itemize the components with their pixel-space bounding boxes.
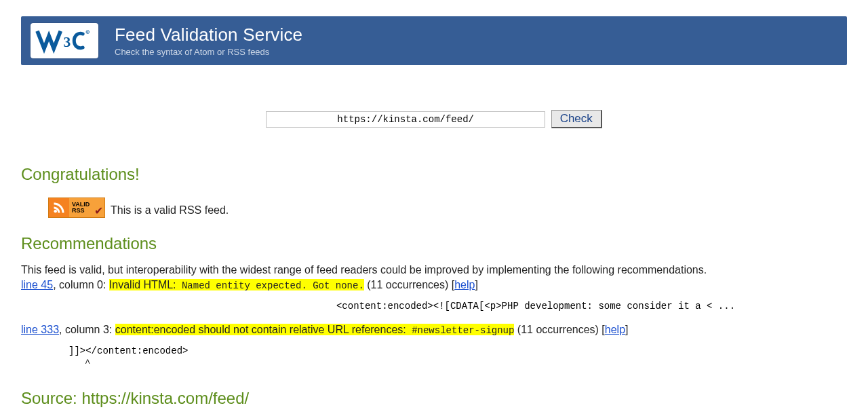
check-button[interactable]: Check bbox=[551, 110, 602, 128]
occurrences-text: (11 occurrences) bbox=[364, 279, 452, 290]
warning-detail: #newsletter-signup bbox=[406, 325, 515, 336]
code-snippet: <content:encoded><![CDATA[<p>PHP develop… bbox=[21, 301, 847, 312]
page-title: Feed Validation Service bbox=[115, 24, 302, 45]
congratulations-heading: Congratulations! bbox=[21, 165, 847, 184]
code-snippet: ]]></content:encoded> bbox=[21, 345, 847, 356]
line-link[interactable]: line 45 bbox=[21, 279, 53, 290]
warning-detail: Named entity expected. Got none. bbox=[176, 280, 364, 291]
recommendation-item: line 333, column 3: content:encoded shou… bbox=[21, 324, 847, 336]
warning-main: Invalid HTML: bbox=[109, 279, 176, 290]
recommendation-item: line 45, column 0: Invalid HTML: Named e… bbox=[21, 279, 847, 291]
source-heading: Source: https://kinsta.com/feed/ bbox=[21, 389, 847, 408]
warning-main: content:encoded should not contain relat… bbox=[115, 324, 406, 335]
recommendations-intro: This feed is valid, but interoperability… bbox=[21, 264, 847, 276]
column-text: , column 3: bbox=[59, 324, 115, 335]
valid-feed-message: This is a valid RSS feed. bbox=[111, 204, 229, 217]
feed-url-input[interactable] bbox=[266, 111, 545, 128]
recommendations-heading: Recommendations bbox=[21, 234, 847, 253]
checkmark-icon: ✔ bbox=[94, 206, 103, 217]
header-banner: 3 R Feed Validation Service Check the sy… bbox=[21, 16, 847, 65]
source-prefix: Source: bbox=[21, 389, 81, 407]
page-subtitle: Check the syntax of Atom or RSS feeds bbox=[115, 47, 302, 57]
validation-form: Check bbox=[21, 110, 847, 128]
valid-rss-badge[interactable]: VALID RSS ✔ bbox=[48, 197, 105, 218]
occurrences-text: (11 occurrences) bbox=[514, 324, 601, 335]
help-link[interactable]: help bbox=[454, 279, 475, 290]
help-link[interactable]: help bbox=[605, 324, 625, 335]
svg-text:3: 3 bbox=[64, 34, 71, 50]
rss-icon bbox=[49, 198, 69, 217]
line-link[interactable]: line 333 bbox=[21, 324, 59, 335]
svg-text:R: R bbox=[87, 31, 89, 34]
source-url: https://kinsta.com/feed/ bbox=[81, 389, 249, 407]
caret-marker: ^ bbox=[21, 358, 847, 369]
w3c-logo: 3 R bbox=[31, 23, 98, 58]
column-text: , column 0: bbox=[53, 279, 109, 290]
svg-point-3 bbox=[54, 210, 58, 213]
